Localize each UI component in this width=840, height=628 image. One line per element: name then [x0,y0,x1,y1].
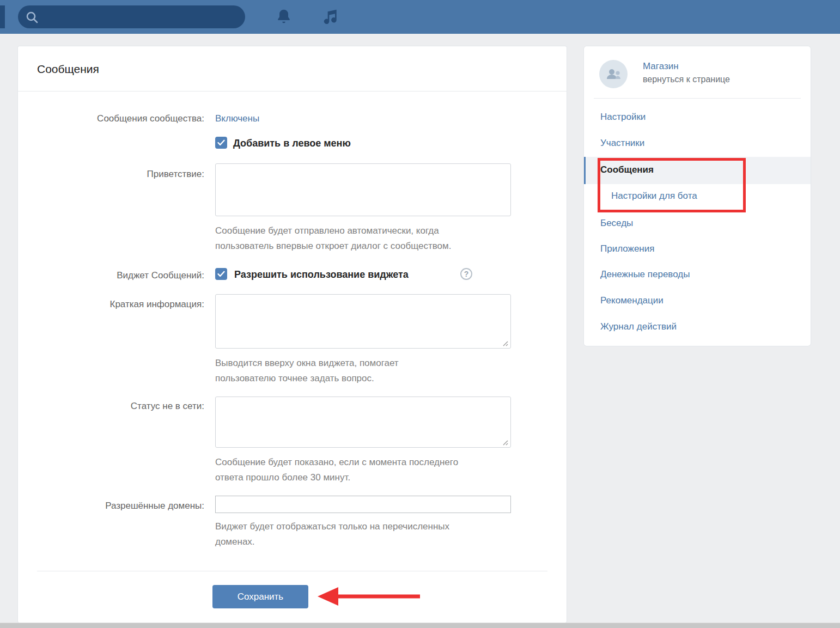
greeting-textarea[interactable] [215,163,511,216]
allowed-domains-input[interactable] [215,496,511,513]
short-info-textarea[interactable] [215,294,511,349]
short-info-help-line2: пользователю точнее задать вопрос. [215,371,399,386]
add-left-menu-label: Добавить в левое меню [233,138,351,149]
community-messages-label: Сообщения сообщества: [18,113,204,124]
offline-status-textarea[interactable] [215,397,511,448]
top-nav-bar [0,0,840,34]
card-header-divider [18,91,567,92]
annotation-red-arrow-icon [318,586,421,607]
offline-status-label: Статус не в сети: [18,401,204,412]
back-to-page-link[interactable]: вернуться к странице [643,75,730,84]
footer-divider [37,571,547,571]
search-input[interactable] [18,5,245,28]
active-item-accent-bar [584,157,586,184]
domains-help-line2: доменах. [215,534,449,550]
save-button[interactable]: Сохранить [212,585,308,608]
sidebar-item-members[interactable]: Участники [600,138,644,149]
short-info-help: Выводится вверху окна виджета, помогает … [215,356,399,386]
people-icon [605,68,622,81]
offline-help-line1: Сообщение будет показано, если с момента… [215,455,458,470]
greeting-help-line2: пользователь впервые откроет диалог с со… [215,239,451,254]
sidebar-item-money-transfers[interactable]: Денежные переводы [600,269,690,280]
left-edge-pill-fragment [0,5,5,28]
community-avatar[interactable] [599,60,628,88]
allow-widget-checkbox[interactable] [215,268,227,280]
community-menu-card: Магазин вернуться к странице Настройки У… [584,46,811,346]
domains-help-line1: Виджет будет отображаться только на пере… [215,519,449,534]
music-icon[interactable] [322,8,339,26]
greeting-help: Сообщение будет отправлено автоматически… [215,223,451,254]
page: Сообщения Сообщения сообщества: Включены… [0,0,840,628]
allow-widget-label: Разрешить использование виджета [234,269,409,281]
annotation-red-box [598,158,746,212]
sidebar-item-chats[interactable]: Беседы [600,218,633,229]
community-messages-status-link[interactable]: Включены [215,113,259,124]
messages-widget-label: Виджет Сообщений: [18,270,204,281]
allowed-domains-help: Виджет будет отображаться только на пере… [215,519,449,550]
sidebar-item-action-log[interactable]: Журнал действий [600,321,677,332]
sidebar-item-settings[interactable]: Настройки [600,112,646,123]
page-title: Сообщения [37,63,99,76]
greeting-label: Приветствие: [18,169,204,180]
messages-settings-card: Сообщения Сообщения сообщества: Включены… [18,46,567,623]
notifications-bell-icon[interactable] [275,8,293,26]
short-info-label: Краткая информация: [18,299,204,310]
widget-help-icon[interactable]: ? [460,268,472,280]
add-left-menu-checkbox[interactable] [215,137,227,149]
offline-status-help: Сообщение будет показано, если с момента… [215,455,458,485]
sidebar-item-apps[interactable]: Приложения [600,243,654,254]
short-info-help-line1: Выводится вверху окна виджета, помогает [215,356,399,371]
search-icon [25,10,39,25]
horizontal-scrollbar[interactable] [0,623,840,628]
community-name-link[interactable]: Магазин [643,61,679,72]
sidebar-divider [594,98,801,99]
checkmark-icon [217,271,225,277]
sidebar-item-recommendations[interactable]: Рекомендации [600,295,664,306]
offline-help-line2: ответа прошло более 30 минут. [215,470,458,485]
checkmark-icon [217,139,225,146]
greeting-help-line1: Сообщение будет отправлено автоматически… [215,223,451,239]
allowed-domains-label: Разрешённые домены: [18,501,204,511]
